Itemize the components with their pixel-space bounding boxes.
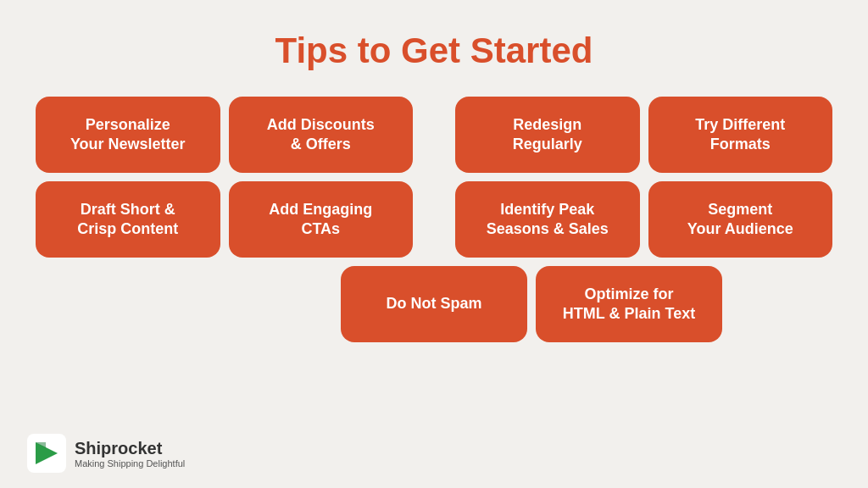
card-optimize-html: Optimize forHTML & Plain Text xyxy=(536,266,722,342)
card-redesign-regularly: RedesignRegularly xyxy=(455,97,640,173)
logo-area: Shiprocket Making Shipping Delightful xyxy=(27,434,185,473)
tips-grid: PersonalizeYour Newsletter Add Discounts… xyxy=(36,97,832,342)
logo-name: Shiprocket xyxy=(75,439,185,458)
card-do-not-spam: Do Not Spam xyxy=(341,266,527,342)
card-personalize-newsletter: PersonalizeYour Newsletter xyxy=(36,97,220,173)
card-add-engaging-ctas: Add EngagingCTAs xyxy=(229,181,414,258)
shiprocket-logo-icon xyxy=(27,434,66,473)
card-draft-short-crisp: Draft Short &Crisp Content xyxy=(36,181,220,258)
logo-text-area: Shiprocket Making Shipping Delightful xyxy=(75,439,185,469)
page-title: Tips to Get Started xyxy=(275,30,593,71)
grid-row-3: Do Not Spam Optimize forHTML & Plain Tex… xyxy=(36,266,832,342)
card-segment-audience: SegmentYour Audience xyxy=(648,181,833,258)
card-add-discounts: Add Discounts& Offers xyxy=(229,97,414,173)
grid-row-1: PersonalizeYour Newsletter Add Discounts… xyxy=(36,97,832,173)
card-identify-peak-seasons: Identify PeakSeasons & Sales xyxy=(455,181,640,258)
card-try-different-formats: Try DifferentFormats xyxy=(648,97,833,173)
grid-row-2: Draft Short &Crisp Content Add EngagingC… xyxy=(36,181,832,258)
logo-tagline: Making Shipping Delightful xyxy=(75,458,185,469)
